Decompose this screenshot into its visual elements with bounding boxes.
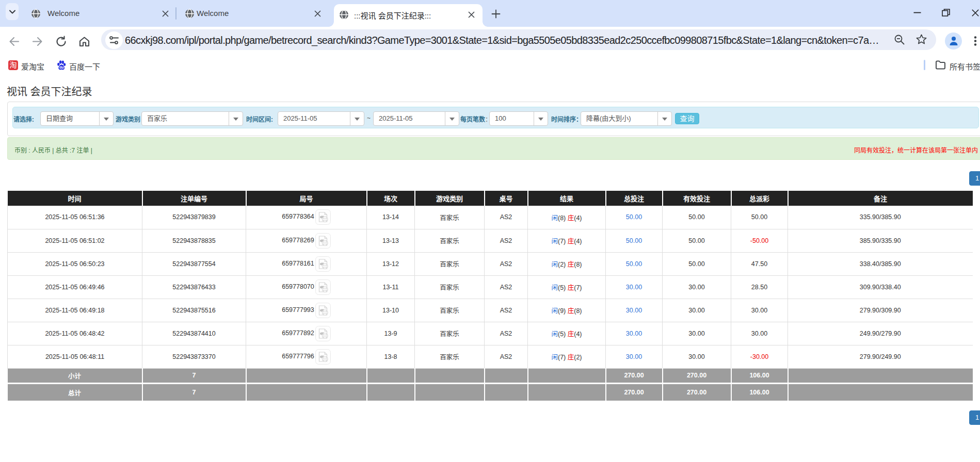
svg-text:du: du bbox=[59, 65, 64, 70]
